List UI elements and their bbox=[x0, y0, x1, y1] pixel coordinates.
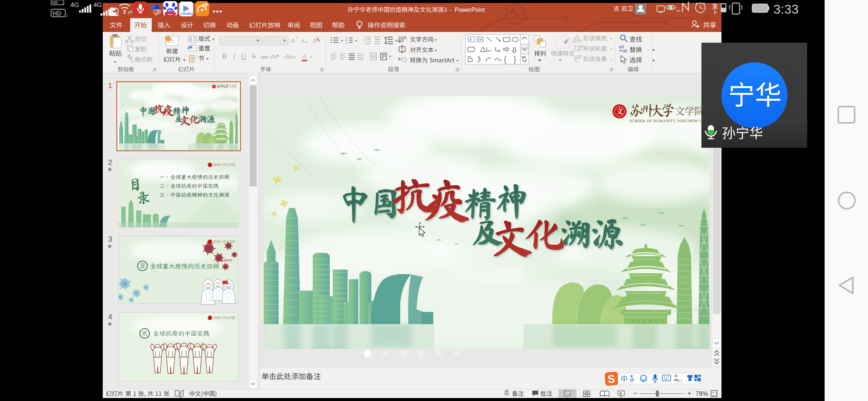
svg-text:3: 3 bbox=[346, 42, 347, 45]
svg-text:2019-nCoV: 2019-nCoV bbox=[216, 258, 232, 262]
svg-text:2: 2 bbox=[66, 13, 68, 18]
svg-text:1: 1 bbox=[108, 81, 112, 89]
svg-text:S: S bbox=[252, 52, 256, 60]
svg-text:S: S bbox=[607, 372, 615, 385]
svg-text:A: A bbox=[301, 38, 305, 44]
svg-text:ac: ac bbox=[622, 48, 628, 53]
svg-text:4G: 4G bbox=[93, 1, 102, 9]
svg-text:AV: AV bbox=[270, 53, 277, 60]
svg-text:A: A bbox=[313, 38, 317, 45]
svg-text:2: 2 bbox=[346, 39, 347, 42]
svg-text:4: 4 bbox=[108, 312, 112, 321]
svg-text:2: 2 bbox=[108, 158, 112, 166]
svg-text:A: A bbox=[469, 38, 472, 42]
svg-text:78%: 78% bbox=[696, 390, 708, 397]
svg-text:3: 3 bbox=[108, 235, 112, 243]
svg-text:HD: HD bbox=[52, 0, 58, 5]
svg-text:A: A bbox=[291, 38, 295, 45]
svg-text:A: A bbox=[480, 38, 483, 42]
svg-text:B: B bbox=[222, 52, 227, 60]
svg-text:A: A bbox=[404, 35, 407, 40]
svg-text:abc: abc bbox=[261, 54, 269, 60]
svg-text:YOUKU: YOUKU bbox=[181, 12, 193, 16]
svg-text:A: A bbox=[302, 53, 307, 60]
svg-text:1: 1 bbox=[62, 1, 63, 5]
svg-text:Aa: Aa bbox=[286, 53, 293, 60]
svg-text:3:33: 3:33 bbox=[773, 2, 799, 16]
svg-text:4G: 4G bbox=[70, 1, 79, 9]
svg-text:U: U bbox=[241, 52, 246, 60]
svg-text:- PowerPoint: - PowerPoint bbox=[449, 7, 485, 13]
svg-text:27: 27 bbox=[678, 379, 682, 383]
svg-text:HD: HD bbox=[53, 10, 61, 17]
svg-text:1: 1 bbox=[346, 37, 347, 39]
